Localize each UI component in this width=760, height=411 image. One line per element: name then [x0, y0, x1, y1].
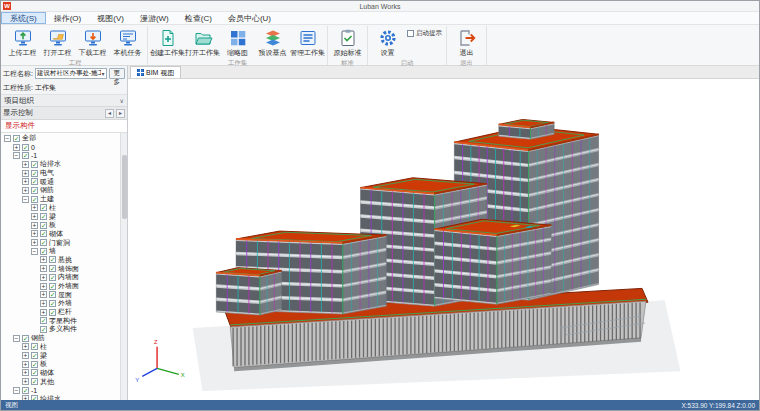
- tree-expander-icon[interactable]: +: [22, 361, 29, 368]
- tree-checkbox[interactable]: ✓: [49, 274, 56, 281]
- tree-checkbox[interactable]: ✓: [31, 178, 38, 185]
- tree-expander-icon[interactable]: −: [4, 135, 11, 142]
- tree-item-6[interactable]: +✓钢筋: [2, 186, 119, 195]
- tree-checkbox[interactable]: ✓: [31, 369, 38, 376]
- tree-checkbox[interactable]: ✓: [49, 283, 56, 290]
- tree-checkbox[interactable]: ✓: [49, 265, 56, 272]
- tree-item-9[interactable]: +✓梁: [2, 212, 119, 221]
- tree-checkbox[interactable]: ✓: [31, 170, 38, 177]
- tree-item-27[interactable]: +✓砌体: [2, 369, 119, 378]
- tree-expander-icon[interactable]: +: [31, 239, 38, 246]
- tree-item-23[interactable]: −✓钢筋: [2, 334, 119, 343]
- tree-expander-icon[interactable]: −: [31, 248, 38, 255]
- tree-item-25[interactable]: +✓梁: [2, 351, 119, 360]
- tree-expander-icon[interactable]: +: [22, 343, 29, 350]
- tree-expander-icon[interactable]: −: [22, 196, 29, 203]
- tree-item-24[interactable]: +✓柱: [2, 343, 119, 352]
- ribbon-button-download-monitor[interactable]: 下载工程: [75, 26, 110, 59]
- tree-item-7[interactable]: −✓土建: [2, 195, 119, 204]
- tree-checkbox[interactable]: ✓: [40, 239, 47, 246]
- tree-checkbox[interactable]: ✓: [31, 187, 38, 194]
- tree-item-1[interactable]: +✓0: [2, 143, 119, 152]
- tree-item-22[interactable]: ✓多义构件: [2, 325, 119, 334]
- tree-item-3[interactable]: +✓给排水: [2, 160, 119, 169]
- ribbon-button-gear[interactable]: 设置: [370, 26, 405, 59]
- tree-expander-icon[interactable]: +: [31, 213, 38, 220]
- menu-item-3[interactable]: 漫游(W): [132, 12, 177, 24]
- ribbon-button-manage-workset[interactable]: 管理工作集: [290, 26, 325, 59]
- tree-expander-icon[interactable]: +: [22, 170, 29, 177]
- tree-item-28[interactable]: +✓其他: [2, 377, 119, 386]
- tree-checkbox[interactable]: ✓: [49, 256, 56, 263]
- tree-expander-icon[interactable]: +: [22, 369, 29, 376]
- more-button[interactable]: 更多: [109, 68, 125, 79]
- ribbon-button-basepoint[interactable]: 预设基点: [255, 26, 290, 59]
- tree-expander-icon[interactable]: +: [31, 204, 38, 211]
- ribbon-button-local-task[interactable]: 本机任务: [110, 26, 145, 59]
- tab-bim-view[interactable]: BIM 视图: [130, 66, 181, 78]
- tree-checkbox[interactable]: ✓: [31, 361, 38, 368]
- tree-item-4[interactable]: +✓电气: [2, 169, 119, 178]
- tree-checkbox[interactable]: ✓: [13, 135, 20, 142]
- tree-expander-icon[interactable]: +: [22, 395, 29, 400]
- tree-expander-icon[interactable]: +: [40, 291, 47, 298]
- tree-checkbox[interactable]: ✓: [22, 152, 29, 159]
- ribbon-button-open-monitor[interactable]: 打开工程: [40, 26, 75, 59]
- tree-item-26[interactable]: +✓板: [2, 360, 119, 369]
- menu-item-1[interactable]: 操作(O): [46, 12, 90, 24]
- ribbon-button-exit[interactable]: 退出: [449, 26, 484, 59]
- tree-expander-icon[interactable]: +: [22, 352, 29, 359]
- tree-expander-icon[interactable]: +: [40, 309, 47, 316]
- tree-expander-icon[interactable]: +: [31, 230, 38, 237]
- tree-expander-icon[interactable]: −: [13, 152, 20, 159]
- tree-item-30[interactable]: +✓给排水: [2, 395, 119, 400]
- tree-expander-icon[interactable]: +: [22, 161, 29, 168]
- tree-expander-icon[interactable]: +: [13, 144, 20, 151]
- tree-expander-icon[interactable]: +: [22, 187, 29, 194]
- tree-item-8[interactable]: +✓柱: [2, 204, 119, 213]
- tree-checkbox[interactable]: ✓: [31, 196, 38, 203]
- tree-expander-icon[interactable]: +: [22, 378, 29, 385]
- model-canvas[interactable]: ZXY: [128, 79, 759, 400]
- tree-expander-icon[interactable]: +: [22, 178, 29, 185]
- tree-scrollbar[interactable]: [120, 133, 127, 400]
- tree-item-12[interactable]: +✓门窗洞: [2, 238, 119, 247]
- tree-checkbox[interactable]: ✓: [40, 326, 47, 333]
- tree-scrollbar-thumb[interactable]: [122, 155, 127, 219]
- tree-expander-icon[interactable]: +: [31, 222, 38, 229]
- tree-checkbox[interactable]: ✓: [31, 352, 38, 359]
- ribbon-button-standard[interactable]: 原始标准: [330, 26, 365, 59]
- tree-item-5[interactable]: +✓暖通: [2, 177, 119, 186]
- tree-checkbox[interactable]: ✓: [22, 335, 29, 342]
- tree-checkbox[interactable]: ✓: [22, 387, 29, 394]
- tree-checkbox[interactable]: ✓: [49, 309, 56, 316]
- scroll-right-button[interactable]: ▸: [116, 109, 125, 118]
- tree-expander-icon[interactable]: +: [40, 265, 47, 272]
- tree-expander-icon[interactable]: +: [40, 274, 47, 281]
- scroll-left-button[interactable]: ◂: [105, 109, 114, 118]
- ribbon-button-create-workset[interactable]: 创建工作集: [150, 26, 185, 59]
- project-name-select[interactable]: 建设村社区办事处-施工模型 ▾: [35, 68, 107, 79]
- ribbon-button-open-workset[interactable]: 打开工作集: [185, 26, 220, 59]
- tree-checkbox[interactable]: ✓: [40, 230, 47, 237]
- tree-checkbox[interactable]: ✓: [31, 343, 38, 350]
- startup-prompt-checkbox[interactable]: 启动提示: [407, 29, 442, 38]
- tree-item-0[interactable]: −✓全部: [2, 134, 119, 143]
- tree-checkbox[interactable]: ✓: [49, 300, 56, 307]
- ribbon-button-thumbnail[interactable]: 缩略图: [220, 26, 255, 59]
- tree-checkbox[interactable]: ✓: [49, 291, 56, 298]
- display-component-tab[interactable]: 显示构件: [1, 120, 127, 133]
- title-bar[interactable]: W Luban Works: [1, 1, 759, 12]
- tree-checkbox[interactable]: ✓: [31, 161, 38, 168]
- tree-expander-icon[interactable]: −: [13, 387, 20, 394]
- tree-expander-icon[interactable]: +: [40, 300, 47, 307]
- tree-checkbox[interactable]: ✓: [31, 378, 38, 385]
- menu-item-2[interactable]: 视图(V): [89, 12, 132, 24]
- tree-checkbox[interactable]: ✓: [40, 213, 47, 220]
- tree-checkbox[interactable]: ✓: [40, 248, 47, 255]
- tree-checkbox[interactable]: ✓: [22, 144, 29, 151]
- tree-expander-icon[interactable]: +: [40, 283, 47, 290]
- project-org-section[interactable]: 项目组织 ∨: [1, 94, 127, 107]
- tree-checkbox[interactable]: ✓: [31, 395, 38, 400]
- tree-expander-icon[interactable]: +: [40, 256, 47, 263]
